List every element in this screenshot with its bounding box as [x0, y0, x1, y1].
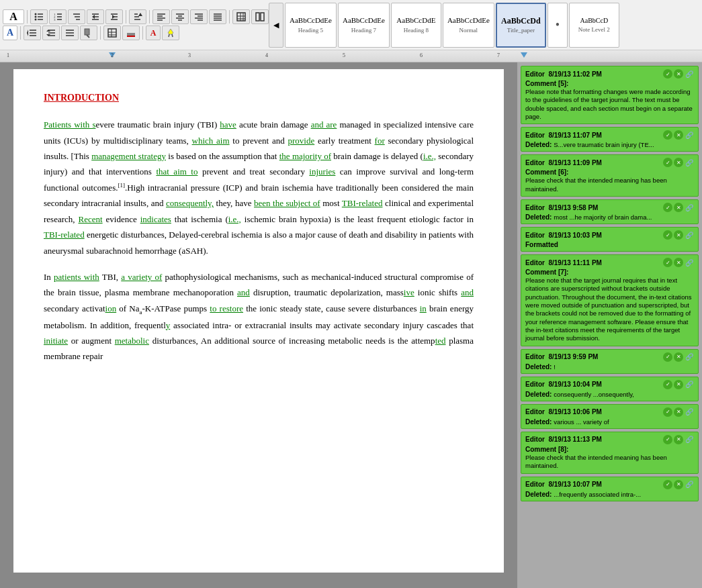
style-notelevel2-full[interactable]: AaBbCcD Note Level 2 [569, 3, 619, 48]
ruler-mark-2: 2 [111, 52, 114, 58]
comment-6-check[interactable]: ✓ [663, 158, 672, 167]
separator-6 [100, 26, 101, 40]
formatted-link[interactable]: 🔗 [685, 230, 694, 240]
columns-btn[interactable] [251, 9, 269, 24]
line-spacing-btn[interactable] [24, 26, 41, 40]
comment-7-x[interactable]: ✕ [674, 258, 683, 267]
deleted-6-link[interactable]: 🔗 [685, 480, 694, 489]
style-scroll-left[interactable]: ◀ [269, 3, 283, 48]
style-panel: ◀ AaBbCcDdEe Heading 5 AaBbCcDdEe Headin… [269, 0, 619, 50]
justify-btn[interactable] [209, 9, 226, 24]
formatted-header: Editor 8/19/13 10:03 PM ✓ ✕ 🔗 [525, 230, 694, 240]
style-titlepaper[interactable]: AaBbCcDd Title_paper [496, 3, 546, 48]
comment-7-check[interactable]: ✓ [663, 258, 672, 267]
formatted-author: Editor 8/19/13 10:03 PM [525, 232, 602, 239]
deleted-5-link[interactable]: 🔗 [685, 407, 694, 417]
comment-5-x[interactable]: ✕ [674, 69, 683, 79]
table-btn[interactable] [232, 9, 250, 24]
comment-8-icons: ✓ ✕ 🔗 [663, 435, 694, 444]
numbered-list-btn[interactable]: 123 [49, 9, 67, 24]
tracked-and-are: and are [311, 119, 337, 130]
svg-marker-53 [27, 30, 28, 36]
toolbar-row-1: A 123 [3, 9, 269, 24]
comment-6-link[interactable]: 🔗 [685, 158, 694, 167]
deleted-4-author: Editor 8/19/13 10:04 PM [525, 381, 602, 388]
deleted-3-check[interactable]: ✓ [663, 352, 672, 362]
ruler-mark-4: 4 [265, 52, 268, 58]
svg-rect-48 [256, 13, 259, 21]
font-selector[interactable]: A [3, 9, 24, 24]
style-heading8[interactable]: AaBbCcDdE Heading 8 [391, 3, 441, 48]
deleted-4-check[interactable]: ✓ [663, 380, 672, 389]
style-heading7[interactable]: AaBbCcDdEe Heading 7 [338, 3, 390, 48]
formatted-check[interactable]: ✓ [663, 230, 672, 240]
comment-6-header: Editor 8/19/13 11:09 PM ✓ ✕ 🔗 [525, 158, 694, 167]
style-normal-label: Normal [459, 27, 478, 34]
formatted-card: Editor 8/19/13 10:03 PM ✓ ✕ 🔗 Formatted [521, 227, 699, 252]
bullet-list-btn[interactable] [30, 9, 48, 24]
text-prevent: prevent and treat secondary [198, 166, 309, 177]
deleted-2-x[interactable]: ✕ [674, 203, 683, 212]
comment-8-x[interactable]: ✕ [674, 435, 683, 444]
tracked-patients-with-tbi: patients with [54, 272, 99, 282]
deleted-2-header: Editor 8/19/13 9:58 PM ✓ ✕ 🔗 [525, 203, 694, 212]
text-ischemic: ischemic brain hypoxia) is the least fre… [241, 214, 474, 224]
deleted-2-check[interactable]: ✓ [663, 203, 672, 212]
tracked-consequently: consequently, [166, 198, 214, 208]
font-color-btn[interactable]: A [146, 26, 161, 40]
formatted-x[interactable]: ✕ [674, 230, 683, 240]
deleted-1-check[interactable]: ✓ [663, 130, 672, 140]
style-heading5[interactable]: AaBbCcDdEe Heading 5 [285, 3, 337, 48]
deleted-1-x[interactable]: ✕ [674, 130, 683, 140]
shading-btn[interactable] [122, 26, 140, 40]
tracked-management-strategy: management strategy [91, 151, 166, 161]
align-left-btn[interactable] [152, 9, 170, 24]
deleted-5-x[interactable]: ✕ [674, 407, 683, 417]
deleted-4-x[interactable]: ✕ [674, 380, 683, 389]
deleted-card-6: Editor 8/19/13 10:07 PM ✓ ✕ 🔗 Deleted: .… [521, 477, 699, 501]
comment-7-link[interactable]: 🔗 [685, 258, 694, 267]
deleted-3-x[interactable]: ✕ [674, 352, 683, 362]
deleted-6-check[interactable]: ✓ [663, 480, 672, 489]
comment-5-icons: ✓ ✕ 🔗 [663, 69, 694, 79]
format-painter-btn[interactable] [80, 26, 97, 40]
deleted-1-link[interactable]: 🔗 [685, 130, 694, 140]
comment-7-icons: ✓ ✕ 🔗 [663, 258, 694, 267]
ruler-mark-1: 1 [7, 52, 9, 58]
comment-5-check[interactable]: ✓ [663, 69, 672, 79]
deleted-3-author: Editor 8/19/13 9:59 PM [525, 353, 598, 360]
ruler-mark-5: 5 [343, 52, 345, 58]
comment-8-link[interactable]: 🔗 [685, 435, 694, 444]
paragraph-spacing-btn[interactable] [42, 26, 60, 40]
increase-indent-btn[interactable] [105, 9, 123, 24]
deleted-4-link[interactable]: 🔗 [685, 380, 694, 389]
deleted-6-x[interactable]: ✕ [674, 480, 683, 489]
deleted-5-check[interactable]: ✓ [663, 407, 672, 417]
align-center-btn[interactable] [171, 9, 189, 24]
style-heading5-preview: AaBbCcDdEe [290, 16, 332, 25]
decrease-indent-btn[interactable] [87, 9, 104, 24]
font-size-btn[interactable]: A [3, 26, 17, 40]
tracked-provide: provide [288, 136, 315, 146]
ruler-mark-3: 3 [188, 52, 191, 58]
deleted-6-label: Deleted: [525, 491, 554, 498]
right-margin-marker[interactable] [521, 52, 527, 58]
comment-5-link[interactable]: 🔗 [685, 69, 694, 79]
svg-marker-22 [112, 15, 115, 19]
deleted-6-icons: ✓ ✕ 🔗 [663, 480, 694, 489]
comment-8-check[interactable]: ✓ [663, 435, 672, 444]
deleted-3-link[interactable]: 🔗 [685, 352, 694, 362]
tracked-indicates: indicates [140, 214, 171, 224]
deleted-4-label: Deleted: [525, 391, 554, 398]
highlight-btn[interactable] [162, 26, 179, 40]
deleted-2-link[interactable]: 🔗 [685, 203, 694, 212]
style-normal[interactable]: AaBbCcDdEe Normal [443, 3, 494, 48]
multi-level-list-btn[interactable] [68, 9, 85, 24]
toolbar-left: A 123 [3, 9, 269, 40]
style-notelevel2[interactable]: • [547, 3, 568, 48]
align-right-btn[interactable] [190, 9, 208, 24]
indent-btn[interactable] [61, 26, 79, 40]
comment-6-x[interactable]: ✕ [674, 158, 683, 167]
borders-btn[interactable] [103, 26, 121, 40]
sort-btn[interactable] [129, 9, 146, 24]
